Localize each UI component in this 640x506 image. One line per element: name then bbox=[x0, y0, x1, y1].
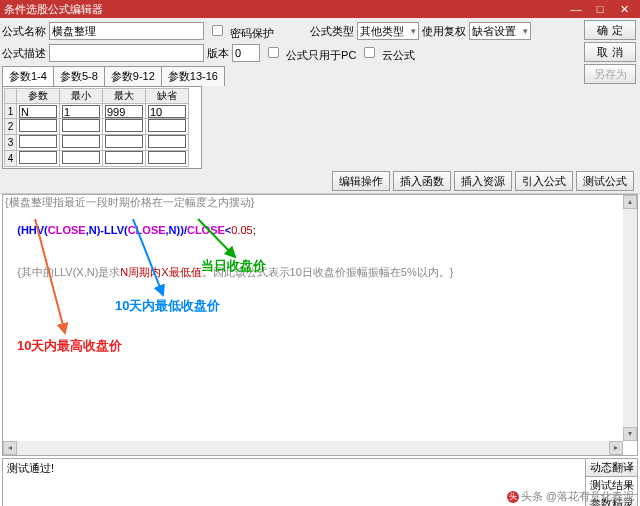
pc-only-checkbox[interactable] bbox=[268, 47, 279, 58]
desc-input[interactable] bbox=[49, 44, 204, 62]
param-grid-pane: 参数 最小 最大 缺省 1 N 1 999 10 2 3 bbox=[2, 86, 202, 169]
minimize-button[interactable]: — bbox=[564, 3, 588, 15]
param-tabs: 参数1-4 参数5-8 参数9-12 参数13-16 bbox=[2, 66, 224, 86]
insert-function-button[interactable]: 插入函数 bbox=[393, 171, 451, 191]
form-panel: 公式名称 密码保护 公式类型 其他类型 使用复权 缺省设置 公式描述 版本 公式… bbox=[0, 18, 640, 194]
operation-buttons-row: 编辑操作 插入函数 插入资源 引入公式 测试公式 bbox=[2, 169, 638, 193]
annotation-red: 10天内最高收盘价 bbox=[17, 337, 122, 355]
name-input[interactable] bbox=[49, 22, 204, 40]
svg-line-2 bbox=[198, 219, 235, 257]
tab-params-5-8[interactable]: 参数5-8 bbox=[53, 66, 105, 86]
tab-params-1-4[interactable]: 参数1-4 bbox=[2, 66, 54, 86]
maximize-button[interactable]: □ bbox=[588, 3, 612, 15]
name-label: 公式名称 bbox=[2, 24, 46, 39]
code-editor[interactable]: {横盘整理指最近一段时期价格在一定幅度之内摆动} (HHV(CLOSE,N)-L… bbox=[2, 194, 638, 456]
auth-combo[interactable]: 缺省设置 bbox=[469, 22, 531, 40]
watermark-text: 头条 @落花有意化春泥 bbox=[521, 489, 634, 504]
import-formula-button[interactable]: 引入公式 bbox=[515, 171, 573, 191]
param-grid[interactable]: 参数 最小 最大 缺省 1 N 1 999 10 2 3 bbox=[4, 88, 189, 167]
insert-resource-button[interactable]: 插入资源 bbox=[454, 171, 512, 191]
test-formula-button[interactable]: 测试公式 bbox=[576, 171, 634, 191]
svg-line-1 bbox=[133, 219, 163, 295]
type-label: 公式类型 bbox=[310, 24, 354, 39]
saveas-button[interactable]: 另存为 bbox=[584, 64, 636, 84]
version-label: 版本 bbox=[207, 46, 229, 61]
scroll-down-icon[interactable]: ▾ bbox=[623, 427, 637, 441]
annotation-blue: 10天内最低收盘价 bbox=[115, 297, 220, 315]
watermark-logo-icon: 头 bbox=[507, 491, 519, 503]
titlebar: 条件选股公式编辑器 — □ ✕ bbox=[0, 0, 640, 18]
edit-operation-button[interactable]: 编辑操作 bbox=[332, 171, 390, 191]
tab-params-13-16[interactable]: 参数13-16 bbox=[161, 66, 225, 86]
side-tab-translate[interactable]: 动态翻译 bbox=[586, 459, 637, 477]
type-combo[interactable]: 其他类型 bbox=[357, 22, 419, 40]
v-scrollbar[interactable]: ▴ ▾ bbox=[623, 195, 637, 441]
annotation-arrows bbox=[3, 195, 623, 455]
cloud-label[interactable]: 云公式 bbox=[359, 43, 415, 63]
cloud-checkbox[interactable] bbox=[364, 47, 375, 58]
watermark: 头 头条 @落花有意化春泥 bbox=[507, 489, 634, 504]
password-checkbox-label[interactable]: 密码保护 bbox=[207, 21, 274, 41]
scroll-left-icon[interactable]: ◂ bbox=[3, 441, 17, 455]
svg-line-0 bbox=[35, 219, 65, 333]
cancel-button[interactable]: 取 消 bbox=[584, 42, 636, 62]
result-text: 测试通过! bbox=[3, 459, 585, 506]
h-scrollbar[interactable]: ◂ ▸ bbox=[3, 441, 623, 455]
pc-only-label[interactable]: 公式只用于PC bbox=[263, 43, 356, 63]
window-title: 条件选股公式编辑器 bbox=[4, 2, 564, 17]
scroll-up-icon[interactable]: ▴ bbox=[623, 195, 637, 209]
tab-params-9-12[interactable]: 参数9-12 bbox=[104, 66, 162, 86]
scroll-right-icon[interactable]: ▸ bbox=[609, 441, 623, 455]
desc-label: 公式描述 bbox=[2, 46, 46, 61]
version-input[interactable] bbox=[232, 44, 260, 62]
close-button[interactable]: ✕ bbox=[612, 3, 636, 16]
right-button-column: 确 定 取 消 另存为 bbox=[584, 20, 636, 84]
auth-label: 使用复权 bbox=[422, 24, 466, 39]
annotation-green: 当日收盘价 bbox=[201, 257, 266, 275]
password-checkbox[interactable] bbox=[212, 25, 223, 36]
ok-button[interactable]: 确 定 bbox=[584, 20, 636, 40]
